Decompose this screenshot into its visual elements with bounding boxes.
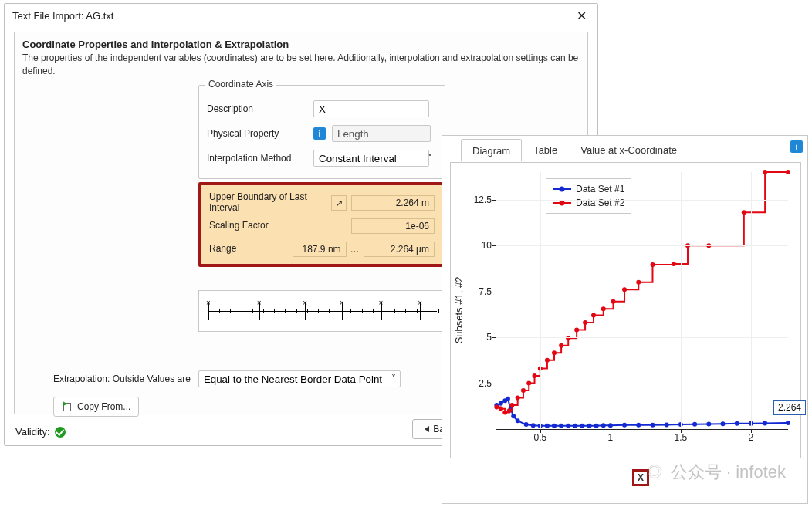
svg-point-43 [552, 350, 557, 355]
fieldset-legend: Coordinate Axis [205, 79, 276, 90]
x-axis-marker: X [632, 469, 649, 486]
svg-point-33 [499, 407, 503, 411]
range-label: Range [209, 244, 293, 255]
svg-point-11 [552, 424, 557, 428]
svg-point-32 [494, 404, 499, 409]
svg-point-12 [559, 424, 563, 428]
coordinate-axis-fieldset: Coordinate Axis Description Physical Pro… [198, 85, 445, 179]
svg-point-17 [594, 424, 599, 428]
info-icon[interactable]: i [790, 140, 803, 153]
triangle-left-icon [425, 426, 429, 432]
y-axis-label: Subsets #1, #2 [453, 277, 465, 344]
interpolation-label: Interpolation Method [207, 153, 307, 164]
extrapolation-select[interactable] [198, 370, 401, 387]
svg-point-48 [591, 313, 596, 318]
svg-point-37 [516, 396, 520, 401]
svg-point-15 [580, 424, 584, 428]
info-icon[interactable]: i [313, 127, 326, 140]
svg-point-23 [665, 423, 669, 428]
svg-point-50 [611, 299, 615, 304]
legend: Data Set #1 Data Set #2 [546, 178, 631, 214]
physical-property-input[interactable] [332, 125, 431, 142]
y-tick-label: 5 [486, 332, 492, 343]
svg-point-46 [574, 328, 579, 333]
svg-point-30 [763, 421, 767, 425]
range-from-value[interactable]: 187.9 nm [293, 242, 346, 257]
x-tick-label: 1.5 [675, 432, 688, 443]
x-tick-label: 1 [608, 432, 614, 443]
y-tick-label: 2.5 [479, 378, 492, 389]
highlighted-parameters: Upper Boundary of Last Interval ↗ 2.264 … [198, 182, 445, 267]
svg-point-27 [721, 421, 726, 426]
svg-point-22 [650, 423, 655, 428]
copy-from-button[interactable]: Copy From... [53, 397, 139, 417]
svg-point-16 [587, 424, 592, 428]
physical-property-label: Physical Property [207, 128, 307, 139]
scaling-factor-value[interactable]: 1e-06 [351, 218, 435, 234]
tab-value-at-x[interactable]: Value at x-Coordinate [569, 138, 689, 161]
y-tick-label: 12.5 [474, 194, 492, 205]
svg-point-54 [672, 262, 676, 266]
upper-boundary-value[interactable]: 2.264 m [351, 195, 435, 211]
y-tick-label: 7.5 [479, 286, 492, 297]
svg-point-28 [735, 421, 739, 426]
svg-point-38 [521, 388, 526, 393]
watermark: 公众号 · infotek [648, 461, 786, 484]
svg-point-18 [601, 423, 606, 428]
y-tick-label: 10 [482, 240, 492, 251]
svg-point-25 [692, 422, 697, 427]
svg-point-6 [516, 418, 520, 423]
svg-point-57 [742, 210, 746, 215]
chart-frame: Subsets #1, #2 Data Set #1 Data Set #2 2… [450, 162, 801, 458]
x-end-marker: 2.264 [773, 400, 806, 415]
svg-point-21 [636, 423, 641, 428]
svg-point-20 [622, 423, 627, 428]
svg-point-31 [786, 421, 790, 425]
copy-from-label: Copy From... [77, 401, 130, 412]
scaling-factor-label: Scaling Factor [209, 221, 310, 232]
svg-point-59 [786, 170, 790, 174]
copy-icon [62, 401, 73, 412]
x-tick-label: 2 [749, 432, 754, 443]
svg-point-1 [499, 401, 503, 406]
svg-point-35 [507, 408, 512, 413]
svg-point-34 [502, 411, 507, 415]
svg-point-40 [533, 373, 537, 378]
interpolation-select[interactable] [313, 150, 429, 167]
svg-point-58 [763, 170, 767, 174]
validity-label: Validity: [15, 426, 50, 438]
svg-point-53 [650, 262, 655, 267]
range-separator: … [347, 244, 364, 255]
svg-point-8 [531, 423, 536, 428]
dialog-title: Text File Import: AG.txt [12, 10, 113, 22]
svg-point-7 [524, 422, 529, 427]
svg-point-52 [636, 280, 641, 285]
axis-preview: ×××××× [198, 290, 447, 332]
upper-boundary-label: Upper Boundary of Last Interval [209, 192, 310, 214]
svg-point-5 [511, 414, 516, 418]
svg-point-10 [545, 424, 550, 428]
diagram-panel: Diagram Table Value at x-Coordinate i Su… [442, 135, 808, 504]
close-icon[interactable]: ✕ [573, 8, 590, 23]
plot-area[interactable]: Data Set #1 Data Set #2 2.557.51012.50.5… [496, 172, 788, 430]
wechat-icon [648, 465, 665, 480]
expand-icon[interactable]: ↗ [331, 195, 347, 211]
description-input[interactable] [313, 100, 429, 117]
svg-point-47 [583, 320, 587, 325]
section-subtext: The properties of the independent variab… [15, 52, 587, 86]
svg-point-13 [566, 424, 570, 428]
tab-diagram[interactable]: Diagram [461, 139, 522, 161]
section-header: Coordinate Properties and Interpolation … [15, 32, 587, 52]
svg-point-14 [573, 424, 577, 428]
svg-point-36 [509, 403, 514, 407]
svg-point-42 [545, 358, 550, 363]
svg-point-49 [601, 306, 606, 311]
range-to-value[interactable]: 2.264 µm [364, 242, 435, 257]
tab-table[interactable]: Table [522, 138, 569, 161]
svg-point-3 [506, 397, 510, 401]
svg-point-44 [559, 343, 563, 348]
extrapolation-label: Extrapolation: Outside Values are [53, 373, 191, 384]
check-icon [55, 427, 66, 438]
description-label: Description [207, 103, 307, 114]
svg-point-26 [706, 422, 711, 427]
